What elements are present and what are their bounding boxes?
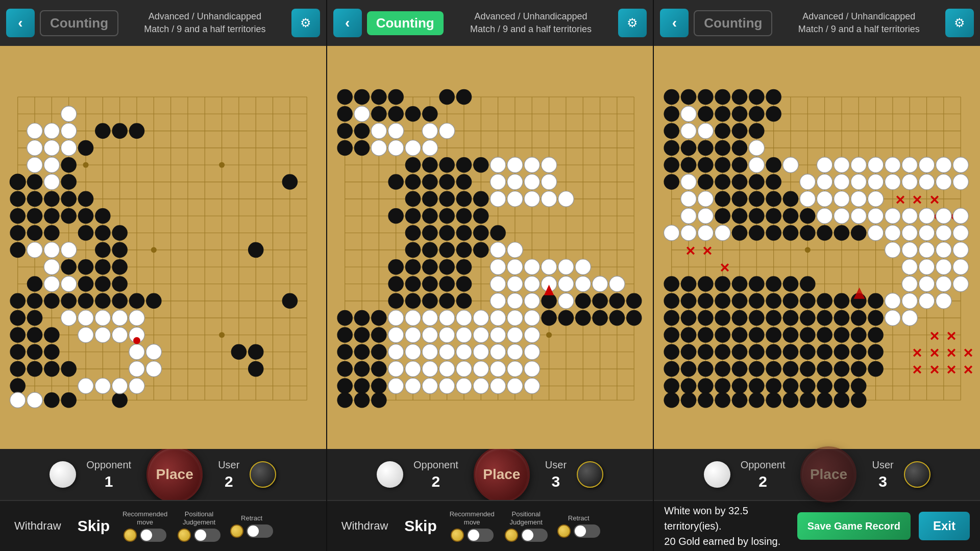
svg-point-366 (337, 392, 353, 408)
board-2[interactable] (327, 46, 653, 449)
counting-badge-1[interactable]: Counting (40, 10, 118, 36)
svg-point-347 (473, 378, 489, 394)
svg-point-506 (783, 157, 799, 173)
svg-point-537 (834, 191, 850, 207)
recommended-switch-2[interactable] (467, 529, 494, 542)
counting-badge-3[interactable]: Counting (694, 10, 772, 36)
svg-point-637 (698, 361, 714, 377)
gear-button-1[interactable]: ⚙ (291, 9, 320, 37)
retract-switch-1[interactable] (247, 524, 273, 538)
svg-point-524 (953, 157, 969, 173)
svg-point-261 (507, 242, 523, 258)
svg-point-288 (439, 276, 455, 292)
svg-point-580 (766, 276, 782, 292)
board-1[interactable] (0, 46, 326, 449)
svg-point-283 (439, 259, 455, 275)
svg-point-90 (112, 225, 128, 241)
svg-point-100 (61, 293, 77, 309)
svg-point-255 (405, 242, 421, 258)
svg-point-144 (248, 361, 264, 377)
svg-point-589 (766, 293, 782, 309)
svg-point-351 (337, 310, 353, 326)
svg-point-495 (766, 225, 782, 241)
svg-point-601 (749, 310, 765, 326)
svg-point-340 (507, 361, 523, 377)
svg-point-477 (698, 174, 714, 190)
save-game-button[interactable]: Save Game Record (797, 512, 911, 540)
svg-point-57 (27, 293, 43, 309)
back-button-3[interactable]: ‹ (660, 9, 689, 37)
back-button-2[interactable]: ‹ (333, 9, 362, 37)
svg-point-192 (354, 89, 370, 105)
svg-point-122 (61, 310, 77, 326)
panel-1: ‹ Counting Advanced / UnhandicappedMatch… (0, 0, 327, 551)
svg-point-547 (936, 208, 952, 224)
svg-point-501 (681, 106, 697, 122)
svg-point-317 (422, 327, 438, 343)
svg-point-588 (749, 293, 765, 309)
svg-point-328 (456, 344, 472, 360)
svg-point-544 (885, 208, 901, 224)
svg-point-242 (558, 191, 574, 207)
svg-point-670 (834, 392, 850, 408)
exit-button[interactable]: Exit (919, 512, 970, 540)
svg-point-600 (732, 310, 748, 326)
score-bar-3: Opponent 2 Place User 3 (654, 449, 980, 500)
svg-point-663 (715, 392, 731, 408)
svg-point-489 (749, 208, 765, 224)
positional-switch-2[interactable] (521, 529, 548, 542)
svg-point-320 (473, 327, 489, 343)
svg-point-636 (681, 361, 697, 377)
svg-text:✕: ✕ (702, 244, 713, 258)
recommended-toggle-2: Recommended move (449, 510, 495, 541)
counting-badge-2[interactable]: Counting (367, 11, 444, 35)
svg-point-129 (112, 327, 128, 343)
svg-point-469 (732, 140, 748, 156)
gear-button-2[interactable]: ⚙ (618, 9, 647, 37)
svg-point-333 (388, 361, 404, 377)
svg-point-478 (715, 174, 731, 190)
coin-icon-3 (230, 524, 243, 538)
svg-point-353 (371, 310, 387, 326)
withdraw-button-1[interactable]: Withdraw (10, 516, 65, 536)
svg-point-194 (388, 89, 404, 105)
svg-point-223 (439, 174, 455, 190)
svg-point-85 (61, 208, 77, 224)
panel-2: ‹ Counting Advanced / UnhandicappedMatch… (327, 0, 654, 551)
svg-point-279 (558, 293, 574, 309)
svg-point-466 (681, 140, 697, 156)
svg-point-639 (732, 361, 748, 377)
skip-button-1[interactable]: Skip (74, 514, 114, 538)
svg-point-76 (78, 140, 94, 156)
gear-button-3[interactable]: ⚙ (945, 9, 974, 37)
svg-point-668 (800, 392, 816, 408)
retract-switch-2[interactable] (574, 524, 600, 538)
svg-point-542 (851, 208, 867, 224)
svg-point-575 (681, 276, 697, 292)
svg-point-238 (490, 191, 506, 207)
withdraw-button-2[interactable]: Withdraw (337, 516, 393, 536)
svg-point-455 (664, 106, 680, 122)
place-button-2[interactable]: Place (474, 446, 530, 503)
svg-point-91 (95, 242, 111, 258)
place-button-3[interactable]: Place (800, 446, 856, 503)
svg-point-460 (766, 106, 782, 122)
back-button-1[interactable]: ‹ (6, 9, 35, 37)
coin-icon-5 (505, 529, 518, 542)
svg-point-245 (422, 208, 438, 224)
board-3[interactable]: ✕ ✕ ✕ ✕ ✕ ✕ ✕ ✕ ✕ ✕ ✕ ✕ ✕ ✕ ✕ ✕ ✕ ✕ ✕ ✕ (654, 46, 980, 449)
svg-point-284 (456, 259, 472, 275)
svg-point-498 (817, 225, 833, 241)
svg-point-612 (715, 327, 731, 343)
svg-point-274 (592, 276, 608, 292)
svg-point-322 (507, 327, 523, 343)
svg-point-77 (95, 123, 111, 139)
svg-point-572 (885, 310, 901, 326)
positional-switch-1[interactable] (194, 529, 220, 542)
place-button-1[interactable]: Place (146, 446, 203, 503)
svg-point-272 (558, 276, 574, 292)
recommended-switch-1[interactable] (140, 529, 166, 542)
svg-point-312 (490, 310, 506, 326)
skip-button-2[interactable]: Skip (400, 514, 440, 538)
svg-point-577 (715, 276, 731, 292)
